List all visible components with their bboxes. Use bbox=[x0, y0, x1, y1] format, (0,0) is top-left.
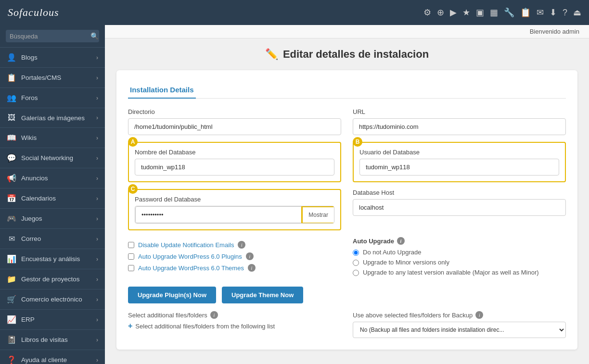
upgrade-theme-button[interactable]: Upgrade Theme Now bbox=[222, 287, 303, 303]
chevron-icon-16: › bbox=[96, 357, 98, 364]
options-section: Disable Update Notification Emails i Aut… bbox=[128, 237, 566, 279]
db-pass-box: C Password del Database Mostrar bbox=[128, 189, 341, 230]
sidebar-item-foros[interactable]: 👥 Foros › bbox=[0, 88, 105, 108]
blogs-icon: 👤 bbox=[7, 53, 16, 62]
sidebar-item-correo[interactable]: ✉ Correo › bbox=[0, 229, 105, 249]
page-title: Editar detalles de instalacion bbox=[283, 48, 429, 61]
sidebar-item-erp[interactable]: 📈 ERP › bbox=[0, 310, 105, 330]
auto-upgrade-plugins-checkbox[interactable] bbox=[128, 253, 134, 260]
url-label: URL bbox=[353, 108, 566, 115]
backup-select[interactable]: No (Backup all files and folders inside … bbox=[353, 322, 566, 338]
files-section: Select additional files/folders i + Sele… bbox=[128, 311, 341, 338]
star-icon[interactable]: ★ bbox=[462, 7, 470, 18]
tab-bar: Installation Details bbox=[128, 82, 566, 99]
portales-icon: 📋 bbox=[7, 73, 16, 82]
disable-update-checkbox[interactable] bbox=[128, 242, 134, 248]
topbar-icons: ⚙ ⊕ ▶ ★ ▣ ▦ 🔧 📋 ✉ ⬇ ? ⏏ bbox=[423, 7, 581, 18]
bottom-grid: Select additional files/folders i + Sele… bbox=[128, 311, 566, 338]
download-icon[interactable]: ⬇ bbox=[550, 7, 557, 18]
mail-icon[interactable]: ✉ bbox=[537, 7, 544, 18]
info-icon-5[interactable]: i bbox=[210, 311, 218, 319]
chevron-icon-4: › bbox=[96, 114, 98, 121]
directorio-group: Directorio bbox=[128, 108, 341, 135]
tab-installation-details[interactable]: Installation Details bbox=[128, 82, 196, 99]
sidebar-item-blogs[interactable]: 👤 Blogs › bbox=[0, 48, 105, 68]
sidebar-label-gestor: Gestor de proyectos bbox=[21, 276, 80, 283]
info-icon-1[interactable]: i bbox=[238, 241, 245, 249]
cpanel-icon[interactable]: ⚙ bbox=[423, 7, 431, 18]
juegos-icon: 🎮 bbox=[7, 214, 16, 223]
directorio-input[interactable] bbox=[128, 118, 341, 135]
libros-icon: 📓 bbox=[7, 335, 16, 344]
sidebar-label-erp: ERP bbox=[21, 316, 35, 323]
wrench-icon[interactable]: 🔧 bbox=[504, 7, 514, 18]
welcome-text: Bienvenido admin bbox=[530, 28, 579, 35]
db-pass-input[interactable] bbox=[135, 206, 302, 223]
show-password-button[interactable]: Mostrar bbox=[302, 207, 334, 223]
search-input[interactable] bbox=[10, 33, 90, 40]
btn-row: Upgrade Plugin(s) Now Upgrade Theme Now bbox=[128, 287, 566, 303]
box-label-a: A bbox=[128, 137, 138, 147]
auto-upgrade-title: Auto Upgrade i bbox=[353, 237, 566, 245]
comercio-icon: 🛒 bbox=[7, 295, 16, 304]
auto-upgrade-themes-checkbox[interactable] bbox=[128, 265, 134, 271]
sidebar-item-wikis[interactable]: 📖 Wikis › bbox=[0, 128, 105, 148]
password-wrap: Mostrar bbox=[135, 206, 334, 224]
db-user-input[interactable] bbox=[359, 159, 559, 176]
sidebar-item-anuncios[interactable]: 📢 Anuncios › bbox=[0, 168, 105, 188]
main-area: Bienvenido admin ✏️ Editar detalles de i… bbox=[105, 25, 589, 364]
checkbox-row-2: Auto Upgrade WordPress 6.0 Plugins i bbox=[128, 252, 341, 260]
logout-icon[interactable]: ⏏ bbox=[573, 7, 581, 18]
info-icon-2[interactable]: i bbox=[246, 252, 254, 260]
db-host-input[interactable] bbox=[353, 199, 566, 216]
anuncios-icon: 📢 bbox=[7, 174, 16, 183]
sidebar-item-libros[interactable]: 📓 Libros de visitas › bbox=[0, 330, 105, 350]
sidebar-item-encuestas[interactable]: 📊 Encuestas y análisis › bbox=[0, 249, 105, 269]
radio-row-3: Upgrade to any latest version available … bbox=[353, 269, 566, 276]
chevron-icon: › bbox=[96, 54, 98, 61]
galerias-icon: 🖼 bbox=[7, 113, 16, 122]
help-icon[interactable]: ? bbox=[563, 8, 567, 18]
sidebar-item-portales[interactable]: 📋 Portales/CMS › bbox=[0, 68, 105, 88]
chevron-icon-2: › bbox=[96, 75, 98, 81]
search-wrap: 🔍 bbox=[6, 30, 99, 42]
files-label: Select additional files/folders i bbox=[128, 311, 341, 319]
sidebar-search-container: 🔍 bbox=[0, 25, 105, 48]
info-icon-3[interactable]: i bbox=[248, 264, 256, 272]
radio-minor-upgrade[interactable] bbox=[353, 260, 359, 266]
sidebar-item-galerias[interactable]: 🖼 Galerías de imágenes › bbox=[0, 108, 105, 128]
chevron-icon-8: › bbox=[96, 195, 98, 202]
url-input[interactable] bbox=[353, 118, 566, 135]
erp-icon: 📈 bbox=[7, 315, 16, 324]
wordpress-icon[interactable]: ⊕ bbox=[437, 7, 444, 18]
grid-icon[interactable]: ▣ bbox=[476, 7, 484, 18]
gestor-icon: 📁 bbox=[7, 275, 16, 284]
sidebar-label-correo: Correo bbox=[21, 235, 41, 242]
db-name-input[interactable] bbox=[135, 159, 334, 176]
backup-section: Use above selected files/folders for Bac… bbox=[353, 311, 566, 338]
radio-no-upgrade[interactable] bbox=[353, 250, 359, 256]
plus-icon: + bbox=[128, 322, 132, 330]
sidebar-item-ayuda[interactable]: ❓ Ayuda al cliente › bbox=[0, 350, 105, 364]
info-icon-6[interactable]: i bbox=[475, 311, 483, 319]
sidebar-item-social[interactable]: 💬 Social Networking › bbox=[0, 148, 105, 168]
sidebar-item-calendarios[interactable]: 📅 Calendarios › bbox=[0, 188, 105, 209]
upgrade-plugins-button[interactable]: Upgrade Plugin(s) Now bbox=[128, 287, 216, 303]
sidebar-item-gestor[interactable]: 📁 Gestor de proyectos › bbox=[0, 269, 105, 289]
chevron-icon-15: › bbox=[96, 337, 98, 343]
sidebar-label-social: Social Networking bbox=[21, 154, 73, 162]
table-icon[interactable]: ▦ bbox=[490, 7, 498, 18]
radio-all-upgrade[interactable] bbox=[353, 270, 359, 276]
files-add-row: + Select additional files/folders from t… bbox=[128, 322, 341, 330]
document-icon[interactable]: 📋 bbox=[520, 7, 531, 18]
foros-icon: 👥 bbox=[7, 93, 16, 102]
info-icon-4[interactable]: i bbox=[397, 237, 405, 245]
form-row-db: A Nombre del Database B Usuario del Data… bbox=[128, 142, 566, 182]
db-user-label: Usuario del Database bbox=[359, 149, 559, 156]
play-icon[interactable]: ▶ bbox=[450, 7, 457, 18]
topbar: Sofaculous ⚙ ⊕ ▶ ★ ▣ ▦ 🔧 📋 ✉ ⬇ ? ⏏ bbox=[0, 0, 589, 25]
edit-icon: ✏️ bbox=[265, 48, 278, 61]
chevron-icon-6: › bbox=[96, 155, 98, 162]
sidebar-item-comercio[interactable]: 🛒 Comercio electrónico › bbox=[0, 289, 105, 310]
sidebar-item-juegos[interactable]: 🎮 Juegos › bbox=[0, 209, 105, 229]
